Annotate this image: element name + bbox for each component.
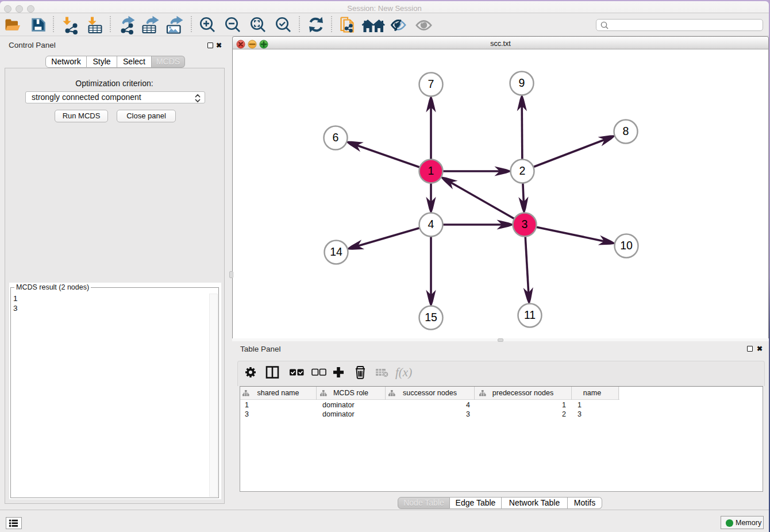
svg-text:8: 8 <box>623 125 629 137</box>
svg-text:2: 2 <box>519 164 526 177</box>
svg-text:6: 6 <box>333 131 339 144</box>
svg-text:f(x): f(x) <box>395 365 412 379</box>
svg-text:11: 11 <box>524 309 536 321</box>
svg-text:14: 14 <box>330 245 342 258</box>
svg-text:3: 3 <box>522 218 528 230</box>
svg-text:7: 7 <box>428 78 434 90</box>
svg-text:4: 4 <box>428 218 434 230</box>
svg-text:10: 10 <box>620 239 633 252</box>
svg-text:1: 1 <box>428 164 434 177</box>
svg-text:15: 15 <box>425 311 437 323</box>
svg-text:9: 9 <box>519 76 525 89</box>
